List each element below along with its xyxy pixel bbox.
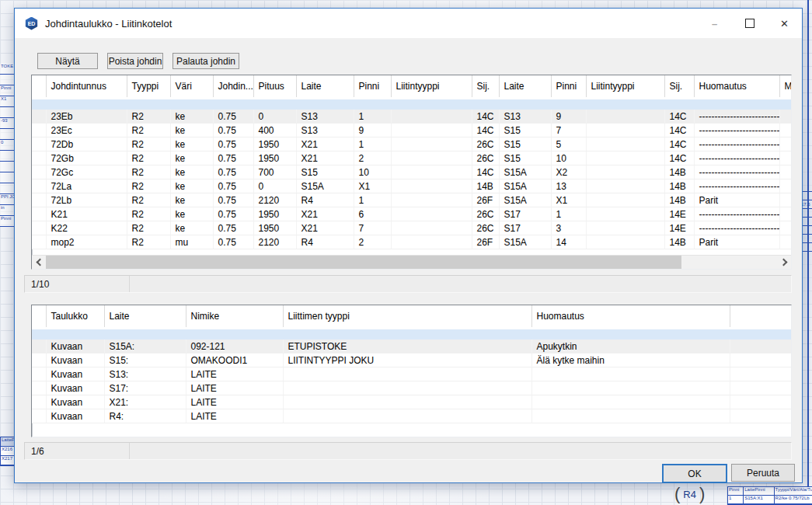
cancel-button[interactable]: Peruuta — [731, 464, 795, 482]
show-button[interactable]: Näytä — [37, 53, 98, 69]
cell: Kuvaan — [46, 340, 104, 354]
cell: R2 — [127, 165, 170, 179]
scrollbar-thumb[interactable] — [46, 256, 681, 269]
cell: Parit — [694, 235, 779, 249]
cell — [32, 340, 46, 354]
cell: 0.75 — [213, 138, 253, 152]
wire-table-frame: JohdintunnusTyyppiVäriJohdin...PituusLai… — [31, 75, 792, 270]
table-row[interactable]: KuvaanS13:LAITE — [32, 367, 792, 381]
scroll-left-button[interactable] — [32, 256, 45, 269]
wire-table-selection-row[interactable] — [32, 99, 792, 110]
table-row[interactable]: mop2R2mu0.752120R4226FS15A1414BParit — [32, 235, 792, 249]
table-row[interactable]: KuvaanX21:LAITE — [32, 395, 792, 409]
table-row[interactable]: KuvaanS15A:092-121ETUPISTOKEApukytkin — [32, 340, 792, 354]
cell — [730, 395, 792, 409]
column-header[interactable] — [730, 305, 792, 329]
cad-text-fragment: 0 — [0, 140, 15, 151]
column-header[interactable]: Johdin... — [213, 75, 253, 99]
minimize-icon: – — [712, 18, 717, 30]
cell — [730, 340, 792, 354]
cell — [779, 138, 792, 152]
column-header[interactable]: Laite — [104, 305, 186, 329]
device-table-selection-row[interactable] — [32, 329, 792, 340]
column-header[interactable]: Tyyppi — [127, 75, 170, 99]
cell — [586, 221, 664, 235]
cell — [586, 152, 664, 165]
column-header[interactable]: Liitintyyppi — [391, 75, 472, 99]
column-header[interactable]: Sij. — [472, 75, 499, 99]
column-header[interactable]: Nimike — [186, 305, 283, 329]
table-row[interactable]: 72DbR2ke0.751950X21126CS15514C----------… — [32, 138, 792, 152]
cell — [32, 110, 46, 124]
restore-wire-button[interactable]: Palauta johdin — [173, 53, 239, 69]
cell — [32, 409, 46, 423]
table-row[interactable]: 72GcR2ke0.75700S151014CS15AX214B--------… — [32, 165, 792, 179]
maximize-button[interactable] — [732, 9, 767, 38]
cell — [32, 124, 46, 138]
ok-button[interactable]: OK — [662, 464, 727, 483]
cad-text-fragment: Pinni — [728, 487, 744, 496]
close-button[interactable]: ✕ — [767, 9, 802, 38]
title-bar[interactable]: ED Johdintaulukko - Liitinkotelot – ✕ — [15, 9, 802, 38]
cell — [779, 221, 792, 235]
table-row[interactable]: 72LbR2ke0.752120R4126FS15AX114BParit — [32, 193, 792, 207]
table-row[interactable]: KuvaanS17:LAITE — [32, 381, 792, 395]
column-header[interactable] — [32, 75, 46, 99]
cell — [32, 193, 46, 207]
cell — [779, 235, 792, 249]
table-row[interactable]: 72LaR2ke0.750S15AX114BS15A1314B---------… — [32, 179, 792, 193]
cell: R2 — [127, 110, 170, 124]
column-header[interactable]: Ma — [779, 75, 792, 99]
column-header[interactable]: Sij. — [664, 75, 694, 99]
cell — [32, 395, 46, 409]
table-row[interactable]: K22R2ke0.751950X21726CS17314E-----------… — [32, 221, 792, 235]
cell: S15A: — [104, 340, 186, 354]
table-row[interactable]: KuvaanS15:OMAKOODI1LIITINTYYPPI JOKUÄlä … — [32, 354, 792, 367]
scroll-right-button[interactable] — [778, 256, 791, 269]
column-header[interactable]: Liittimen tyyppi — [283, 305, 531, 329]
column-header[interactable]: Pinni — [551, 75, 586, 99]
cell: ke — [170, 221, 213, 235]
cell: 1950 — [253, 221, 296, 235]
column-header[interactable]: Pituus — [253, 75, 296, 99]
minimize-button[interactable]: – — [697, 9, 732, 38]
column-header[interactable]: Huomautus — [694, 75, 779, 99]
table-row[interactable]: 72GbR2ke0.751950X21226CS151014C---------… — [32, 152, 792, 165]
column-header[interactable]: Laite — [296, 75, 354, 99]
column-header[interactable]: Taulukko — [46, 305, 104, 329]
cell: 14C — [664, 152, 694, 165]
table-row[interactable]: K21R2ke0.751950X21626CS17114E-----------… — [32, 207, 792, 221]
horizontal-scrollbar[interactable] — [32, 255, 791, 269]
table-row[interactable]: 23EbR2ke0.750S13114CS13914C-------------… — [32, 110, 792, 124]
cell — [586, 110, 664, 124]
cell: 26C — [472, 152, 499, 165]
cell: S15A — [296, 179, 354, 193]
column-header[interactable]: Johdintunnus — [46, 75, 127, 99]
cell: 2120 — [253, 235, 296, 249]
cell: 14B — [472, 179, 499, 193]
cell: X21 — [296, 138, 354, 152]
chevron-right-icon — [779, 259, 787, 266]
column-header[interactable]: Pinni — [354, 75, 391, 99]
cell: 26F — [472, 235, 499, 249]
cell: OMAKOODI1 — [186, 354, 283, 367]
cell: 14B — [664, 179, 694, 193]
cad-text-fragment — [0, 75, 15, 85]
cell: 23Eb — [46, 110, 127, 124]
window-title: Johdintaulukko - Liitinkotelot — [45, 18, 172, 30]
table-row[interactable]: 23EcR2ke0.75400S13914CS15714C-----------… — [32, 124, 792, 138]
table-row[interactable]: KuvaanR4:LAITE — [32, 409, 792, 423]
cell — [531, 367, 730, 381]
cad-text-fragment: -93 — [0, 118, 15, 129]
column-header[interactable]: Liitintyyppi — [586, 75, 664, 99]
column-header[interactable]: Huomautus — [531, 305, 730, 329]
column-header[interactable]: Väri — [170, 75, 213, 99]
column-header[interactable]: Laite — [499, 75, 551, 99]
column-header[interactable] — [32, 305, 46, 329]
remove-wire-button[interactable]: Poista johdin — [107, 53, 163, 69]
paren-right: ) — [699, 485, 705, 503]
cell: ke — [170, 179, 213, 193]
cad-text-fragment: TOKE — [0, 64, 15, 75]
cell: 14C — [664, 110, 694, 124]
cell — [531, 395, 730, 409]
